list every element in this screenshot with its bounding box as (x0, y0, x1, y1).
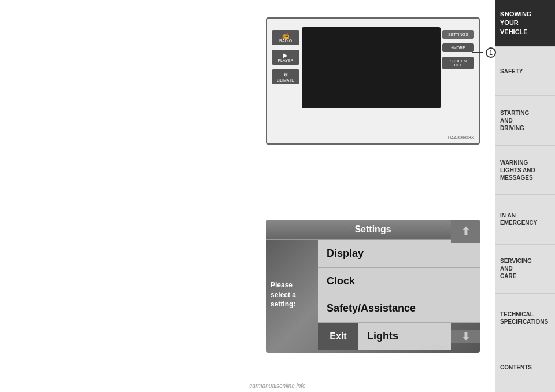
upload-button[interactable]: ⬆ (451, 220, 480, 243)
sidebar-item-warning[interactable]: WARNING LIGHTS AND MESSAGES (495, 145, 555, 194)
image-code-bottom: 044435867 (422, 344, 448, 350)
display-menu-item[interactable]: Display (318, 240, 480, 268)
safety-menu-item[interactable]: Safety/Assistance (318, 295, 480, 323)
main-content: 📻 RADIO ▶ PLAYER ❄ CLIMATE SETTINGS +MOR… (0, 0, 495, 392)
upload-icon: ⬆ (461, 225, 470, 238)
sidebar-item-contents[interactable]: CONTENTS (495, 343, 555, 392)
device-image: 📻 RADIO ▶ PLAYER ❄ CLIMATE SETTINGS +MOR… (266, 17, 480, 145)
device-screen (302, 27, 441, 108)
download-icon: ⬇ (461, 330, 470, 343)
settings-title: Settings (354, 224, 391, 234)
download-button[interactable]: ⬇ (451, 330, 480, 343)
lights-row: Exit Lights ⬇ (318, 323, 480, 350)
settings-body: Please select a setting: Display Clock S… (266, 240, 480, 350)
device-left-buttons: 📻 RADIO ▶ PLAYER ❄ CLIMATE (272, 30, 299, 84)
sidebar-heading: KNOWING YOUR VEHICLE (495, 0, 555, 46)
watermark: carmanualsonline.info (249, 383, 305, 389)
settings-button[interactable]: SETTINGS (442, 30, 474, 39)
settings-menu: Display Clock Safety/Assistance Exit Lig… (318, 240, 480, 350)
more-button[interactable]: +MORE (442, 43, 474, 52)
settings-panel: Settings ⬆ Please select a setting: Disp… (266, 220, 480, 353)
image-code-top: 044336083 (448, 135, 474, 140)
sidebar-item-emergency[interactable]: IN AN EMERGENCY (495, 194, 555, 243)
climate-button[interactable]: ❄ CLIMATE (272, 69, 299, 84)
screen-off-button[interactable]: SCREEN OFF (442, 57, 474, 69)
arrow-line (472, 52, 483, 53)
sidebar-item-technical[interactable]: TECHNICAL SPECIFICATIONS (495, 293, 555, 342)
annotation-number: 1 (486, 47, 496, 58)
clock-menu-item[interactable]: Clock (318, 268, 480, 295)
annotation-1: 1 (472, 47, 496, 58)
settings-left-text: Please select a setting: (266, 240, 318, 350)
sidebar-item-servicing[interactable]: SERVICING AND CARE (495, 244, 555, 293)
sidebar-item-starting[interactable]: STARTING AND DRIVING (495, 95, 555, 145)
player-button[interactable]: ▶ PLAYER (272, 50, 299, 65)
sidebar-item-safety[interactable]: SAFETY (495, 46, 555, 95)
radio-button[interactable]: 📻 RADIO (272, 30, 299, 45)
exit-button[interactable]: Exit (318, 323, 358, 350)
sidebar: KNOWING YOUR VEHICLE SAFETY STARTING AND… (495, 0, 555, 392)
settings-header: Settings ⬆ (266, 220, 480, 240)
device-right-buttons: SETTINGS +MORE SCREEN OFF (442, 30, 474, 69)
